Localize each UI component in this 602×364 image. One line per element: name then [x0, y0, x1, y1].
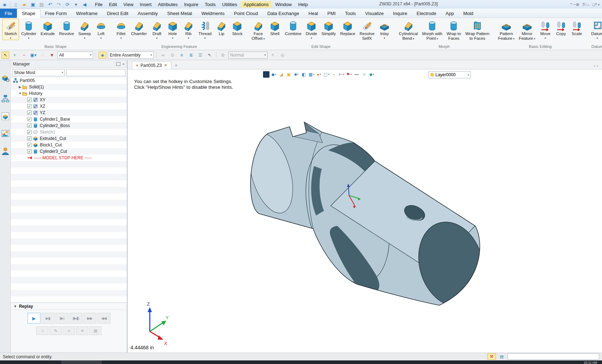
thread-button[interactable]: Thread▾: [196, 19, 214, 40]
history-manager-tab-icon[interactable]: [1, 74, 10, 82]
rewind-button[interactable]: ◀◀: [97, 313, 110, 324]
dropdown-arrow-icon[interactable]: ▾: [204, 37, 206, 40]
dropdown-arrow-icon[interactable]: ▾: [84, 37, 85, 40]
tree-item-extrude1-cut[interactable]: ✓Extrude1_Cut: [11, 135, 127, 142]
resolve-selfx-button[interactable]: ResolveSelfX: [358, 19, 377, 41]
rib-button[interactable]: Rib▾: [181, 19, 196, 40]
ribbon-tab-mold[interactable]: Mold: [459, 9, 478, 18]
play-next-button[interactable]: (▶): [56, 313, 68, 324]
divide-button[interactable]: Divide▾: [304, 19, 319, 40]
help-icon[interactable]: ?: [582, 3, 584, 7]
dropdown-arrow-icon[interactable]: ▾: [120, 37, 122, 40]
menu-attributes[interactable]: Attributes: [155, 1, 181, 8]
cylinder-button[interactable]: Cylinder▾: [19, 19, 38, 40]
add-icon[interactable]: +: [11, 52, 19, 59]
doc-minimize-button[interactable]: –: [587, 3, 589, 7]
part-model[interactable]: Z Y X: [128, 69, 602, 353]
sketch-button[interactable]: Sketch▾: [2, 19, 19, 40]
visibility-checkbox[interactable]: ✓: [27, 117, 32, 121]
menu-insert[interactable]: Insert: [137, 1, 154, 8]
link-button[interactable]: ○: [36, 326, 48, 335]
dropdown-arrow-icon[interactable]: ▾: [188, 37, 189, 40]
tree-item-xy[interactable]: ✓XY: [11, 97, 127, 103]
no-snap-icon[interactable]: ⊘: [219, 52, 227, 59]
wrap-pattern-to-faces-button[interactable]: Wrap Patternto Faces: [463, 19, 492, 41]
loft-button[interactable]: Loft▾: [93, 19, 109, 40]
command-input[interactable]: [507, 353, 599, 360]
undo-icon[interactable]: ↶: [47, 1, 53, 8]
revolve-button[interactable]: Revolve: [57, 19, 76, 37]
ribbon-tab-visualize[interactable]: Visualize: [360, 9, 388, 18]
ribbon-tab-assembly[interactable]: Assembly: [133, 9, 162, 18]
visibility-checkbox[interactable]: ✓: [27, 111, 32, 115]
ribbon-tab-file[interactable]: File: [0, 9, 17, 18]
visibility-checkbox[interactable]: ✓: [27, 143, 32, 147]
tree-item-sketch1[interactable]: ✓Sketch1: [11, 129, 127, 135]
visibility-checkbox[interactable]: ✓: [27, 149, 32, 154]
replay-header[interactable]: ▼ Replay: [11, 303, 127, 310]
edit-button[interactable]: ✎: [49, 326, 62, 335]
list-button[interactable]: ▤: [89, 326, 101, 335]
select-arrow-icon[interactable]: ↖: [1, 52, 9, 59]
zoom-pick-icon[interactable]: ◎: [278, 52, 286, 59]
dropdown-icon[interactable]: ▾: [73, 1, 79, 8]
dropdown-arrow-icon[interactable]: ▾: [156, 37, 158, 40]
ribbon-tab-shape[interactable]: Shape: [17, 9, 40, 18]
menu-inquire[interactable]: Inquire: [181, 1, 201, 8]
tree-item-model-stop-here[interactable]: ----- MODEL STOP HERE -----: [11, 155, 127, 161]
dropdown-arrow-icon[interactable]: ▾: [10, 37, 11, 40]
filter-combo[interactable]: All▾: [57, 52, 93, 59]
new-file-icon[interactable]: ▯: [13, 1, 19, 8]
pattern-feature-button[interactable]: PatternFeature ▾: [496, 19, 517, 42]
tree-item-part005[interactable]: Part005: [11, 77, 127, 84]
face-offset-button[interactable]: FaceOffset ▾: [249, 19, 267, 42]
visibility-checkbox[interactable]: ✓: [27, 123, 32, 128]
sweep-button[interactable]: Sweep▾: [76, 19, 93, 40]
tree-item-cylinder1-base[interactable]: ✓Cylinder1_Base: [11, 116, 127, 122]
visual-manager-tab-icon[interactable]: [1, 112, 10, 121]
tree-item-history[interactable]: ▼History: [11, 90, 127, 97]
ribbon-tab-weldments[interactable]: Weldments: [197, 9, 229, 18]
dropdown-arrow-icon[interactable]: ▾: [28, 37, 29, 40]
simplify-button[interactable]: Simplify: [319, 19, 338, 37]
ribbon-tab-tools[interactable]: Tools: [340, 9, 360, 18]
ribbon-tab-pmi[interactable]: PMI: [323, 9, 340, 18]
zw-scope-icon[interactable]: ◈: [99, 52, 106, 59]
draft-button[interactable]: Draft▾: [149, 19, 165, 40]
remove-icon[interactable]: −: [20, 52, 28, 59]
extrude-button[interactable]: Extrude: [38, 19, 57, 37]
visibility-checkbox[interactable]: ✓: [27, 136, 32, 141]
tree-item-solid-1[interactable]: ▶Solid(1): [11, 84, 127, 90]
datum-button[interactable]: Datum▾: [589, 19, 602, 40]
mirror-feature-button[interactable]: MirrorFeature ▾: [517, 19, 538, 42]
dropdown-arrow-icon[interactable]: ▾: [597, 37, 598, 40]
stock-button[interactable]: Stock: [229, 19, 245, 37]
float-panel-icon[interactable]: [116, 62, 120, 66]
menu-edit[interactable]: Edit: [106, 1, 120, 8]
filter-icon[interactable]: ▼: [48, 52, 56, 59]
show-filter-dropdown[interactable]: Show Most▾: [12, 69, 65, 76]
assembly-manager-tab-icon[interactable]: [1, 94, 10, 103]
archive-icon[interactable]: ▤: [38, 1, 45, 8]
tab-overflow-icon[interactable]: ⌄⌄: [593, 61, 599, 69]
ribbon-tab-app[interactable]: App: [441, 9, 459, 18]
lock-icon[interactable]: ⊙: [168, 52, 176, 59]
ribbon-tab-sheet-metal[interactable]: Sheet Metal: [163, 9, 197, 18]
doc-restore-button[interactable]: □: [592, 3, 595, 7]
save-icon[interactable]: ▣: [30, 1, 36, 8]
combine-button[interactable]: Combine: [283, 19, 304, 37]
move-button[interactable]: Move▾: [538, 19, 553, 40]
taskbar-app-segment[interactable]: [61, 360, 102, 364]
lip-button[interactable]: Lip: [214, 19, 229, 37]
settings-gear-icon[interactable]: ⚙: [576, 3, 579, 7]
tree-item-block1-cut[interactable]: ✓Block1_Cut: [11, 142, 127, 148]
ribbon-tab-heal[interactable]: Heal: [304, 9, 323, 18]
fillet-button[interactable]: Fillet▾: [113, 19, 129, 40]
output-list-button[interactable]: ▤: [497, 353, 506, 360]
ribbon-tab-inquire[interactable]: Inquire: [388, 9, 412, 18]
morph-with-point-button[interactable]: Morph withPoint ▾: [420, 19, 444, 42]
play-to-end-button[interactable]: (▶▮): [70, 313, 82, 324]
menu-window[interactable]: Window: [272, 1, 295, 8]
pick-box-icon[interactable]: ▣▾: [29, 52, 37, 59]
windows-taskbar[interactable]: 10:11 AM: [0, 360, 602, 364]
